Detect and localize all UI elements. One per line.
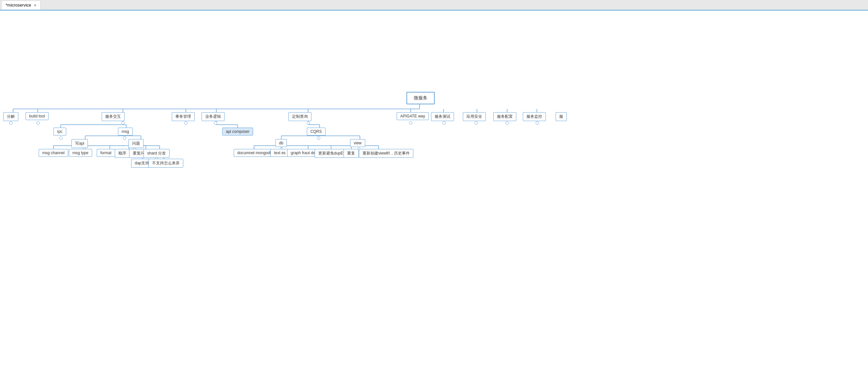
node-recreate-view[interactable]: 重新创建view时，历史事件 bbox=[359, 149, 413, 158]
expand-msg[interactable] bbox=[123, 137, 126, 140]
node-rpc[interactable]: rpc bbox=[54, 127, 66, 136]
mindmap-container: 微服务 分解 build tool 服务交互 事务管理 业务逻辑 定制查询 AP… bbox=[0, 10, 868, 306]
node-api-composer[interactable]: api composer bbox=[222, 127, 253, 136]
node-apigate[interactable]: APIGATE way bbox=[397, 112, 429, 120]
node-repeat[interactable]: 重复 bbox=[344, 149, 359, 158]
expand-decompose[interactable] bbox=[9, 121, 12, 125]
node-service-monitor[interactable]: 服务监控 bbox=[523, 112, 546, 121]
expand-cqrs[interactable] bbox=[317, 137, 320, 140]
node-root[interactable]: 微服务 bbox=[406, 92, 435, 104]
tab-close-icon[interactable]: × bbox=[34, 3, 36, 7]
node-cqrs[interactable]: CQRS bbox=[307, 127, 326, 136]
node-event-mgmt[interactable]: 事务管理 bbox=[172, 112, 195, 121]
node-problems[interactable]: 问题 bbox=[128, 139, 144, 148]
node-decompose[interactable]: 分解 bbox=[3, 112, 18, 121]
node-write-api[interactable]: 写api bbox=[71, 139, 88, 148]
node-documnet-mongodb[interactable]: documnet mongodb bbox=[234, 149, 276, 157]
node-service-test[interactable]: 服务测试 bbox=[431, 112, 454, 121]
expand-rpc[interactable] bbox=[59, 137, 63, 140]
canvas: 微服务 分解 build tool 服务交互 事务管理 业务逻辑 定制查询 AP… bbox=[0, 10, 868, 374]
connector-lines bbox=[0, 10, 868, 306]
node-app-security[interactable]: 应用安全 bbox=[463, 112, 486, 121]
node-biz-logic[interactable]: 业务逻辑 bbox=[202, 112, 224, 121]
expand-app-security[interactable] bbox=[475, 121, 478, 125]
node-msg-type[interactable]: msg type bbox=[69, 149, 92, 157]
tab-title: *microservice bbox=[6, 3, 31, 7]
node-order[interactable]: 顺序 bbox=[115, 149, 130, 158]
expand-buildtool[interactable] bbox=[36, 121, 40, 125]
node-service-config[interactable]: 服务配置 bbox=[493, 112, 516, 121]
node-custom-query[interactable]: 定制查询 bbox=[288, 112, 311, 121]
node-shard-pub[interactable]: shard 分发 bbox=[144, 149, 169, 158]
node-service-interact[interactable]: 服务交互 bbox=[102, 112, 125, 121]
expand-apigate[interactable] bbox=[409, 121, 412, 125]
tab-bar: *microservice × bbox=[0, 0, 868, 10]
expand-service-test[interactable] bbox=[442, 121, 446, 125]
node-not-support[interactable]: 不支持怎么来弄 bbox=[149, 159, 183, 168]
expand-service-interact[interactable] bbox=[121, 121, 125, 125]
node-more[interactable]: 服 bbox=[556, 112, 567, 121]
node-db[interactable]: db bbox=[275, 139, 287, 147]
tab-microservice[interactable]: *microservice × bbox=[1, 0, 41, 9]
node-format[interactable]: format bbox=[97, 149, 115, 157]
expand-service-config[interactable] bbox=[505, 121, 509, 125]
node-text-es[interactable]: text es bbox=[271, 149, 289, 157]
node-msg-channel[interactable]: msg channel bbox=[39, 149, 68, 157]
expand-custom-query[interactable] bbox=[307, 121, 310, 125]
node-buildtool[interactable]: build tool bbox=[26, 112, 49, 120]
node-msg[interactable]: msg bbox=[118, 127, 133, 136]
expand-event-mgmt[interactable] bbox=[184, 121, 187, 125]
expand-biz-logic[interactable] bbox=[214, 121, 217, 125]
expand-service-monitor[interactable] bbox=[536, 121, 539, 125]
node-view[interactable]: view bbox=[350, 139, 365, 147]
